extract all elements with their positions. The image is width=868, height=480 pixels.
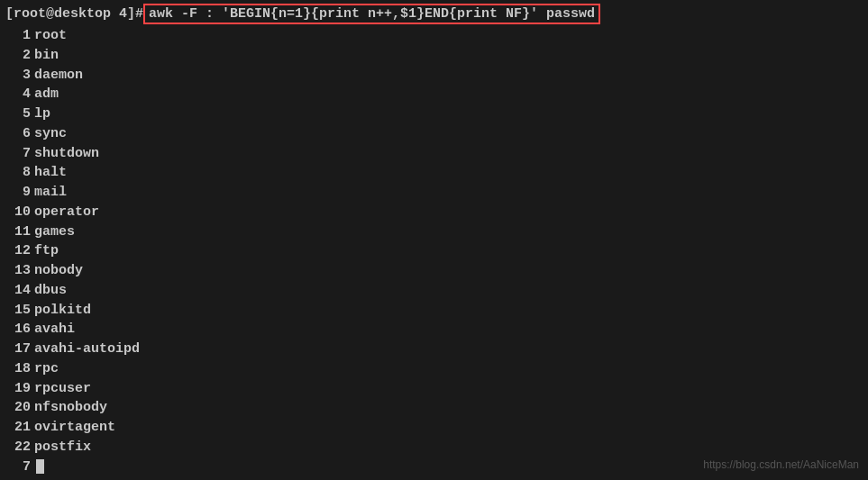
line-number: 3 — [5, 66, 31, 86]
line-content: polkitd — [34, 301, 91, 321]
line-number: 9 — [5, 183, 31, 203]
line-number: 6 — [5, 124, 31, 144]
line-content: rpcuser — [34, 379, 91, 399]
line-number: 1 — [5, 26, 31, 46]
output-line: 17avahi-autoipd — [5, 340, 863, 359]
line-number: 8 — [5, 163, 31, 183]
output-line: 7shutdown — [5, 144, 863, 164]
output-line: 2bin — [5, 46, 863, 66]
line-content: mail — [34, 183, 67, 203]
terminal-window: [root@desktop 4]# awk -F : 'BEGIN{n=1}{p… — [0, 0, 868, 480]
line-number: 18 — [5, 359, 31, 379]
output-line: 6sync — [5, 124, 863, 144]
line-number: 2 — [5, 46, 31, 66]
line-number: 7 — [5, 144, 31, 164]
line-number: 19 — [5, 379, 31, 399]
output-line: 4adm — [5, 85, 863, 104]
line-content: shutdown — [34, 144, 99, 164]
output-line: 14dbus — [5, 281, 863, 301]
line-number: 5 — [5, 104, 31, 124]
line-content: nobody — [34, 261, 83, 281]
cursor — [36, 459, 44, 474]
line-content: avahi-autoipd — [34, 340, 140, 359]
line-content: nfsnobody — [34, 398, 107, 418]
line-number: 10 — [5, 203, 31, 222]
line-number: 14 — [5, 281, 31, 301]
line-content: ftp — [34, 241, 59, 261]
output-line: 16avahi — [5, 320, 863, 340]
line-number: 13 — [5, 261, 31, 281]
output-line: 1root — [5, 26, 863, 46]
output-line: 3daemon — [5, 66, 863, 86]
line-content: operator — [34, 203, 99, 222]
output-line: 21ovirtagent — [5, 418, 863, 438]
line-content: sync — [34, 124, 67, 144]
output-line: 8halt — [5, 163, 863, 183]
output-line: 5lp — [5, 104, 863, 124]
line-content: lp — [34, 104, 50, 124]
line-number: 15 — [5, 301, 31, 321]
line-content: adm — [34, 85, 59, 104]
line-number: 21 — [5, 418, 31, 438]
line-content: bin — [34, 46, 59, 66]
line-number: 11 — [5, 222, 31, 242]
output-line: 20nfsnobody — [5, 398, 863, 418]
output-line: 22postfix — [5, 438, 863, 457]
output-lines: 1root2bin3daemon4adm5lp6sync7shutdown8ha… — [5, 26, 863, 476]
line-number: 7 — [5, 457, 31, 477]
output-line: 12ftp — [5, 241, 863, 261]
line-content: ovirtagent — [34, 418, 115, 438]
line-number: 12 — [5, 241, 31, 261]
prompt-text: [root@desktop 4]# — [5, 6, 143, 22]
output-line: 10operator — [5, 203, 863, 222]
line-content: avahi — [34, 320, 75, 340]
output-line: 18rpc — [5, 359, 863, 379]
line-content: root — [34, 26, 67, 46]
line-number: 17 — [5, 340, 31, 359]
line-number: 22 — [5, 438, 31, 457]
line-content: dbus — [34, 281, 67, 301]
command-input[interactable]: awk -F : 'BEGIN{n=1}{print n++,$1}END{pr… — [143, 4, 600, 24]
line-content: halt — [34, 163, 67, 183]
cursor-line — [34, 459, 44, 477]
watermark: https://blog.csdn.net/AaNiceMan — [703, 458, 859, 471]
line-content: daemon — [34, 66, 83, 86]
line-number: 20 — [5, 398, 31, 418]
prompt-line: [root@desktop 4]# awk -F : 'BEGIN{n=1}{p… — [5, 4, 863, 24]
line-content: rpc — [34, 359, 59, 379]
output-line: 13nobody — [5, 261, 863, 281]
output-line: 11games — [5, 222, 863, 242]
line-number: 16 — [5, 320, 31, 340]
line-content: postfix — [34, 438, 91, 457]
line-number: 4 — [5, 85, 31, 104]
output-line: 15polkitd — [5, 301, 863, 321]
line-content: games — [34, 222, 75, 242]
output-line: 9mail — [5, 183, 863, 203]
output-line: 19rpcuser — [5, 379, 863, 399]
